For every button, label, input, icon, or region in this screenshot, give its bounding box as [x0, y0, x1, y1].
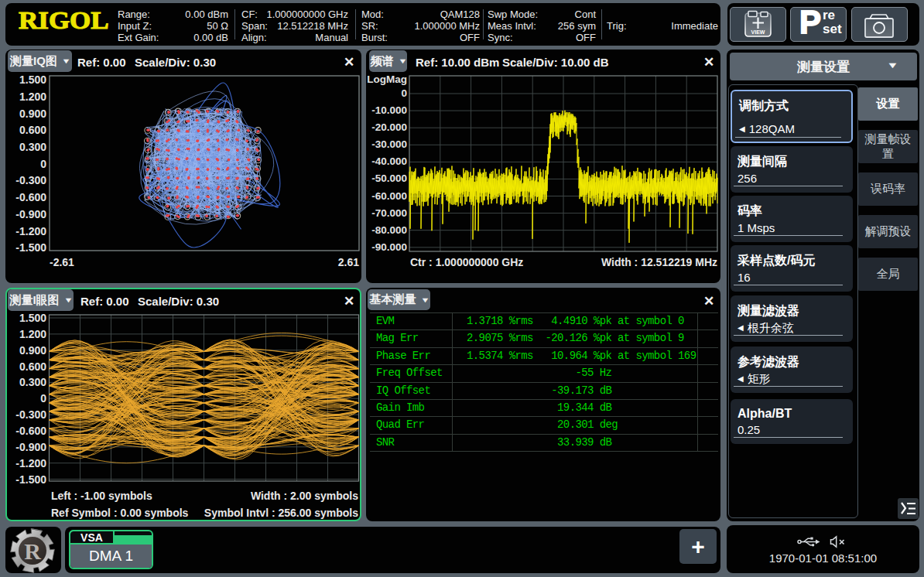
svg-text:R: R: [24, 538, 41, 564]
svg-text:VIEW: VIEW: [751, 29, 765, 35]
